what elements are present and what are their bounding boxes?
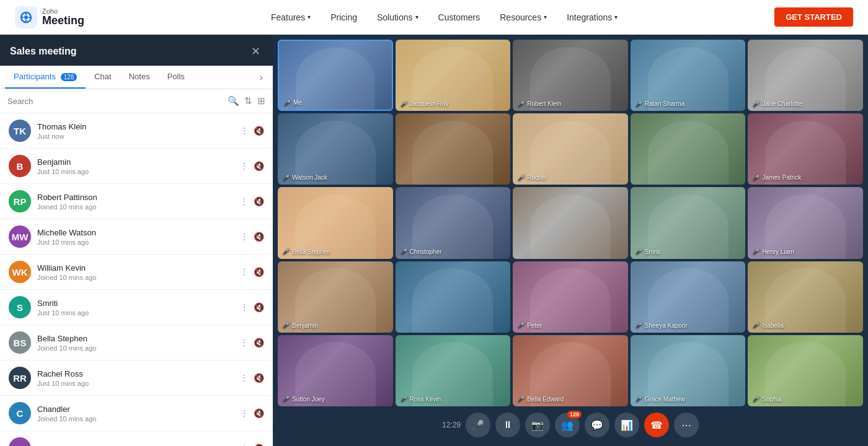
video-cell[interactable]: 🎤 Grace Mathew [631,335,746,406]
participant-info: Rachel Ross Just 10 mins ago [37,369,234,387]
tab-more-icon[interactable]: › [255,67,268,88]
video-cell[interactable] [396,113,511,185]
participant-time: Just 10 mins ago [37,168,234,175]
mute-icon[interactable]: 🔇 [254,126,264,136]
tab-notes[interactable]: Notes [120,66,159,89]
nav-integrations[interactable]: Integrations▾ [558,7,626,27]
video-cell[interactable]: 🎤 Isabella [748,261,863,333]
mute-icon[interactable]: 🔇 [254,338,264,348]
video-cell[interactable]: 🎤 Robert Klein [513,40,628,111]
mute-icon[interactable]: 🔇 [254,267,264,277]
more-button[interactable]: ⋯ [674,413,699,437]
video-cell[interactable]: 🎤 Jacquelin Roy [396,40,511,111]
participant-item: TK Thomas Klein Just now ⋮ 🔇 [0,113,273,149]
chat-button[interactable]: 💬 [585,413,609,437]
more-options-icon[interactable]: ⋮ [240,196,249,206]
participant-info: Benjamin Just 10 mins ago [37,157,234,175]
more-options-icon[interactable]: ⋮ [240,338,249,348]
nav-resources[interactable]: Resources▾ [491,7,556,27]
video-cell[interactable]: 🎤 Jane Charlotte [748,40,863,111]
logo-meeting: Meeting [42,15,84,26]
main-content: Sales meeting ✕ Participants 128 Chat No… [0,35,868,446]
get-started-button[interactable]: GET STARTED [774,7,853,27]
participant-item: MW Michelle Watson Just 10 mins ago ⋮ 🔇 [0,219,273,255]
video-cell[interactable]: 🎤 Henry Liam [748,187,863,258]
more-options-icon[interactable]: ⋮ [240,373,249,383]
tab-chat[interactable]: Chat [86,66,120,89]
tab-participants[interactable]: Participants 128 [5,66,86,89]
mic-indicator-icon: 🎤 [401,248,407,255]
mute-icon[interactable]: 🔇 [254,161,264,171]
nav-pricing[interactable]: Pricing [322,7,366,27]
nav-solutions[interactable]: Solutions▾ [368,7,427,27]
mic-indicator-icon: 🎤 [283,396,290,402]
filter-icon[interactable]: ⊞ [257,95,265,107]
more-options-icon[interactable]: ⋮ [240,444,249,446]
participant-info: Robert Pattinson Joined 10 mins ago [37,193,234,211]
video-cell[interactable]: 🎤 Bella Stephen [278,187,393,258]
participant-item: BS Bella Stephen Joined 10 mins ago ⋮ 🔇 [0,325,273,361]
end-call-button[interactable]: ☎ [644,413,669,437]
chevron-down-icon: ▾ [415,14,418,20]
video-cell[interactable]: 🎤 James Patrick [748,113,863,185]
tab-polls[interactable]: Polls [159,66,193,89]
video-cell[interactable]: 🎤 Smriti [631,187,746,258]
mute-icon[interactable]: 🔇 [254,373,264,383]
more-options-icon[interactable]: ⋮ [240,408,249,418]
video-cell[interactable]: 🎤 Benjamin [278,261,393,333]
video-participant-label: 🎤 Me [284,99,302,106]
mic-indicator-icon: 🎤 [401,396,407,402]
video-cell[interactable]: 🎤 Me [278,40,393,111]
video-cell[interactable]: 🎤 Sheeya Kapoor [631,261,746,333]
mic-button[interactable]: 🎤 [466,413,490,437]
nav-links: Features▾ Pricing Solutions▾ Customers R… [114,7,774,27]
search-icon[interactable]: 🔍 [228,95,239,107]
mute-icon[interactable]: 🔇 [254,196,264,206]
video-participant-label: 🎤 Bella Stephen [283,248,330,255]
video-cell[interactable]: 🎤 Bella Edward [513,335,628,406]
avatar: TK [9,120,31,142]
video-cell[interactable]: 🎤 Ratan Sharma [631,40,746,111]
mic-indicator-icon: 🎤 [518,322,525,328]
avatar: BS [9,331,31,354]
participant-time: Joined 10 mins ago [37,344,234,352]
more-options-icon[interactable]: ⋮ [240,161,249,171]
sidebar-header: Sales meeting ✕ [0,35,273,59]
mute-icon[interactable]: 🔇 [254,444,264,446]
close-button[interactable]: ✕ [249,43,263,59]
pause-button[interactable]: ⏸ [495,413,520,437]
participant-info: Thomas Klein Just now [37,122,234,140]
mute-icon[interactable]: 🔇 [254,232,264,242]
video-participant-label: 🎤 Raquel [518,174,547,181]
more-options-icon[interactable]: ⋮ [240,267,249,277]
mic-indicator-icon: 🎤 [518,396,525,402]
mic-indicator-icon: 🎤 [753,101,760,107]
video-cell[interactable]: 🎤 Sutton Joey [278,335,393,406]
share-button[interactable]: 📊 [614,413,639,437]
sort-icon[interactable]: ⇅ [244,95,252,107]
video-cell[interactable]: 🎤 Peter [513,261,628,333]
participant-actions: ⋮ 🔇 [240,196,264,206]
participant-name: Michelle Watson [37,228,234,237]
video-cell[interactable] [396,261,511,333]
video-cell[interactable]: 🎤 Raquel [513,113,628,185]
more-options-icon[interactable]: ⋮ [240,232,249,242]
search-input[interactable] [7,97,223,106]
nav-features[interactable]: Features▾ [262,7,319,27]
video-cell[interactable]: 🎤 Christopher [396,187,511,258]
video-cell[interactable]: 🎤 Watson Jack [278,113,393,185]
participants-button[interactable]: 👥 128 [555,413,580,437]
video-cell[interactable]: 🎤 Ross Kevin [396,335,511,406]
video-cell[interactable]: 🎤 Sophia [748,335,863,406]
camera-button[interactable]: 📷 [525,413,550,437]
mute-icon[interactable]: 🔇 [254,302,264,312]
video-participant-label: 🎤 Sutton Joey [283,396,325,403]
video-cell[interactable] [513,187,628,258]
navbar: Zoho Meeting Features▾ Pricing Solutions… [0,0,868,35]
mute-icon[interactable]: 🔇 [254,408,264,418]
participant-actions: ⋮ 🔇 [240,232,264,242]
more-options-icon[interactable]: ⋮ [240,302,249,312]
video-cell[interactable] [631,113,746,185]
nav-customers[interactable]: Customers [430,7,489,27]
more-options-icon[interactable]: ⋮ [240,126,249,136]
